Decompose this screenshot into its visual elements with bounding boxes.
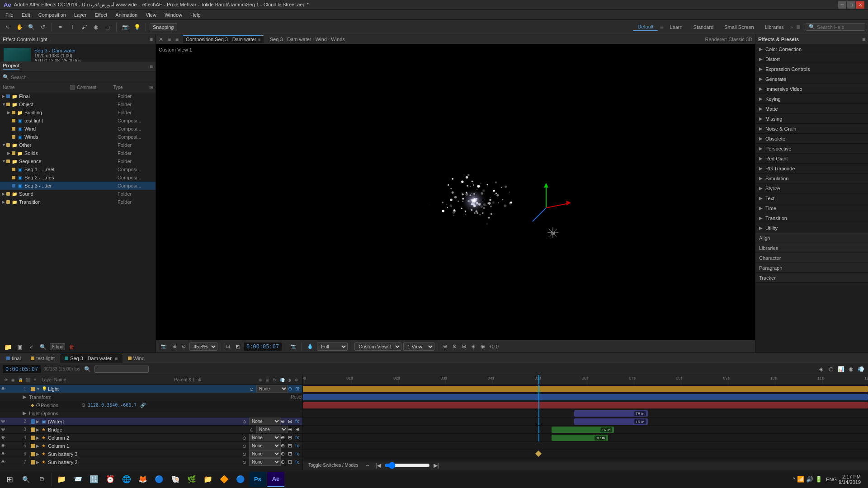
- effect-perspective[interactable]: ▶ Perspective: [755, 144, 868, 154]
- tree-item-solids[interactable]: ▶ 📁 Solids Folder: [0, 149, 156, 157]
- project-panel-menu[interactable]: ≡: [150, 64, 153, 69]
- effect-keying[interactable]: ▶ Keying: [755, 94, 868, 104]
- resolution-select[interactable]: Full Half Quarter: [317, 343, 348, 351]
- layer-row-5[interactable]: 👁 5 ▶ ★ Column 1 ☺ None ⊕ ⊞ fx: [0, 442, 302, 450]
- sw-2-1[interactable]: ⊕: [281, 418, 287, 424]
- tree-item-seq3[interactable]: ▣ Seq 3 - ...ter Composi...: [0, 182, 156, 190]
- breadcrumb-winds[interactable]: Winds: [331, 37, 345, 42]
- timeline-toggle-switches[interactable]: Toggle Switches / Modes: [306, 461, 361, 470]
- view-select[interactable]: Custom View 1 Active Camera: [354, 343, 401, 351]
- taskbar-ie[interactable]: 🌐: [119, 472, 134, 487]
- track-row-2[interactable]: [303, 393, 868, 401]
- tree-item-other[interactable]: ▼ 📁 Other Folder: [0, 141, 156, 149]
- snapping-toggle[interactable]: Snapping: [150, 23, 177, 31]
- position-row-1[interactable]: ◆ ⏱ Position ⊙ 1128.0,3540,-666.7 🔗: [0, 401, 302, 409]
- layer-row-3[interactable]: 👁 3 ▶ ★ Bridge ☺ None ⊕ ⊞: [0, 426, 302, 434]
- timeline-goto-in[interactable]: |◀: [374, 461, 383, 470]
- tracker-section-header[interactable]: Tracker: [755, 273, 868, 283]
- breadcrumb-seq3[interactable]: Seq 3 - Dam water: [270, 37, 311, 42]
- rotate-tool[interactable]: ↺: [38, 22, 48, 32]
- reset-btn[interactable]: Reset: [291, 394, 302, 399]
- taskbar-aftereffects[interactable]: Ae: [267, 472, 284, 487]
- sw-2-fx[interactable]: fx: [295, 418, 302, 424]
- taskbar-orange[interactable]: 🔶: [217, 472, 232, 487]
- tree-item-object[interactable]: ▼ 📁 Object Folder: [0, 100, 156, 108]
- expand-transform[interactable]: ▶: [23, 394, 27, 400]
- effect-text[interactable]: ▶ Text: [755, 193, 868, 203]
- viewer-exposure[interactable]: ◉: [479, 343, 487, 350]
- timeline-goto-out[interactable]: ▶|: [432, 461, 441, 470]
- sw-6-fx[interactable]: fx: [295, 451, 302, 457]
- workspace-standard[interactable]: Standard: [689, 23, 718, 31]
- add-folder-icon[interactable]: ⊞: [149, 85, 153, 90]
- expand-7[interactable]: ▶: [36, 460, 42, 465]
- layer-name-2[interactable]: [Water]: [48, 419, 242, 424]
- keyframe-diamond[interactable]: [535, 450, 542, 457]
- timeline-zoom-slider[interactable]: [385, 462, 430, 469]
- new-comp-btn[interactable]: ▣: [14, 342, 24, 352]
- timeline-tab-wind[interactable]: Wind: [123, 354, 149, 363]
- viewer-3d-controls[interactable]: ⊕: [441, 343, 449, 350]
- track-row-6[interactable]: TR In: [303, 426, 868, 434]
- workspace-default[interactable]: Default: [633, 23, 658, 31]
- taskbar-firefox[interactable]: 🦊: [135, 472, 151, 487]
- sw-7-fx[interactable]: fx: [295, 459, 302, 465]
- tray-battery[interactable]: 🔋: [815, 476, 822, 483]
- menu-help[interactable]: Help: [187, 11, 204, 19]
- sw-4-1[interactable]: ⊕: [281, 435, 287, 441]
- eraser-tool[interactable]: ◻: [103, 22, 113, 32]
- align-section-header[interactable]: Align: [755, 233, 868, 243]
- viewer-region[interactable]: ⊡: [224, 343, 232, 350]
- effect-matte[interactable]: ▶ Matte: [755, 104, 868, 114]
- start-button[interactable]: ⊞: [2, 472, 17, 487]
- sw-7-2[interactable]: ⊞: [288, 459, 294, 465]
- layer-row-7[interactable]: 👁 7 ▶ ★ Sun battery 2 ☺ None ⊕ ⊞ fx: [0, 458, 302, 466]
- sw-2-2[interactable]: ⊞: [288, 418, 294, 424]
- timeline-tab-seq3[interactable]: Seq 3 - Dam water ≡: [60, 354, 123, 363]
- effect-red-giant[interactable]: ▶ Red Giant: [755, 154, 868, 164]
- menu-window[interactable]: Window: [161, 11, 186, 19]
- layer-name-4[interactable]: Column 2: [48, 435, 242, 441]
- effect-obsolete[interactable]: ▶ Obsolete: [755, 134, 868, 144]
- close-button[interactable]: ✕: [856, 1, 864, 9]
- taskbar-clock[interactable]: ⏰: [103, 472, 118, 487]
- maximize-button[interactable]: □: [847, 1, 855, 9]
- search-help-input[interactable]: [817, 24, 862, 30]
- viewer-always-preview[interactable]: 📷: [159, 343, 169, 350]
- effect-transition[interactable]: ▶ Transition: [755, 213, 868, 223]
- layer-name-3[interactable]: Bridge: [48, 427, 249, 432]
- effect-utility[interactable]: ▶ Utility: [755, 223, 868, 233]
- sw-3-1[interactable]: ⊕: [288, 427, 294, 432]
- bit-depth-badge[interactable]: 8 bpc: [50, 343, 65, 350]
- task-view-btn[interactable]: ⧉: [34, 472, 50, 487]
- tree-item-seq1[interactable]: ▣ Seq 1 - ...reet Composi...: [0, 165, 156, 174]
- tab-menu-seq3[interactable]: ≡: [115, 356, 118, 361]
- tree-item-final[interactable]: ▶ 📁 Final Folder: [0, 92, 156, 100]
- effect-generate[interactable]: ▶ Generate: [755, 74, 868, 84]
- effect-stylize[interactable]: ▶ Stylize: [755, 183, 868, 193]
- layer-name-7[interactable]: Sun battery 2: [48, 460, 242, 465]
- expand-3[interactable]: ▶: [36, 427, 42, 432]
- tree-item-seq2[interactable]: ▣ Seq 2 - ...ries Composi...: [0, 174, 156, 182]
- taskbar-calc[interactable]: 🔢: [86, 472, 102, 487]
- solo-btn[interactable]: ◉: [846, 365, 855, 374]
- pen-tool[interactable]: ✒: [56, 22, 66, 32]
- timeline-tab-final[interactable]: final: [2, 354, 25, 363]
- libraries-section-header[interactable]: Libraries: [755, 243, 868, 253]
- layer-row-2[interactable]: 👁 2 ▶ ▣ [Water] ☺ None ⊕ ⊞ fx: [0, 418, 302, 426]
- workspace-libraries[interactable]: Libraries: [760, 23, 788, 31]
- effect-time[interactable]: ▶ Time: [755, 203, 868, 213]
- sw-5-1[interactable]: ⊕: [281, 443, 287, 449]
- light-options-group[interactable]: ▶ Light Options: [0, 409, 302, 418]
- menu-file[interactable]: File: [2, 11, 17, 19]
- taskbar-chrome[interactable]: 🔵: [151, 472, 167, 487]
- taskbar-visualstudio[interactable]: 🔵: [233, 472, 248, 487]
- effect-rg-trapcode[interactable]: ▶ RG Trapcode: [755, 164, 868, 174]
- taskbar-photoshop[interactable]: Ps: [249, 472, 266, 487]
- effect-expression-controls[interactable]: ▶ Expression Controls: [755, 64, 868, 74]
- track-row-4[interactable]: TR In: [303, 409, 868, 418]
- taskbar-app1[interactable]: 🌿: [184, 472, 199, 487]
- layer-row-4[interactable]: 👁 4 ▶ ★ Column 2 ☺ None ⊕ ⊞ fx: [0, 434, 302, 442]
- tree-item-transition[interactable]: ▶ 📁 Transition Folder: [0, 198, 156, 206]
- tree-item-sequence[interactable]: ▼ 📁 Sequence Folder: [0, 157, 156, 165]
